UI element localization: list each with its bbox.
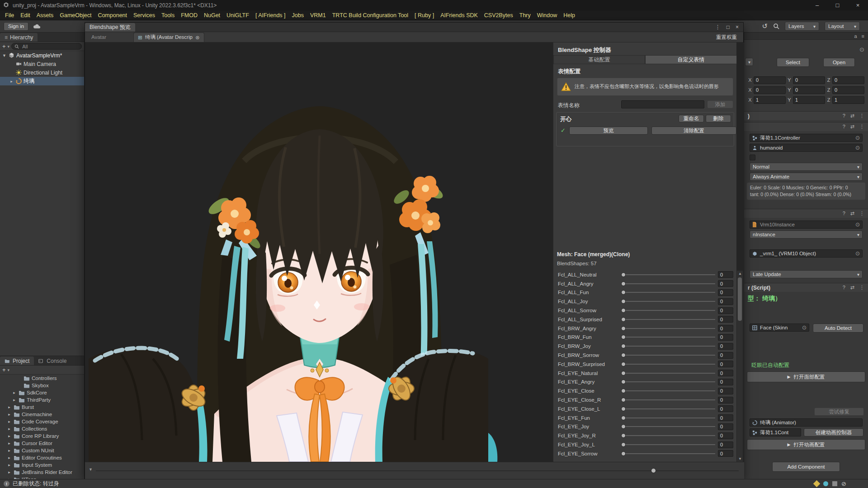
open-face-config-button[interactable]: ▶ 打开面部配置 <box>747 371 865 382</box>
axis-value-field[interactable]: 0 <box>754 86 786 94</box>
axis-value-field[interactable]: 1 <box>754 96 786 104</box>
project-folder-row[interactable]: ▸lilToon <box>0 476 84 479</box>
animator-object-field[interactable]: 绮璃 (Animator) <box>750 418 863 427</box>
hierarchy-scene-row[interactable]: ▼ AvatarSampleVrm* <box>0 51 84 60</box>
animator-controller-field[interactable]: 薄荷1.1Controller ⊙ <box>750 134 863 142</box>
expand-arrow-icon[interactable]: ▸ <box>9 79 14 84</box>
blendshape-slider[interactable] <box>621 298 715 305</box>
blendshape-value[interactable]: 0 <box>718 289 733 296</box>
slider-knob[interactable] <box>621 290 626 295</box>
kebab-menu-icon[interactable]: ⋮ <box>859 285 864 291</box>
hierarchy-item[interactable]: Directional Light <box>0 68 84 77</box>
menu-item[interactable]: AIFriends SDK <box>437 10 481 20</box>
zoom-slider-track[interactable] <box>96 470 739 471</box>
blendshape-value[interactable]: 0 <box>718 450 733 457</box>
help-icon[interactable]: ? <box>843 124 845 130</box>
activity-icon[interactable] <box>832 481 837 486</box>
blendshape-scrollbar[interactable]: ▲ ▼ <box>736 271 743 462</box>
object-picker-icon[interactable]: ⊙ <box>855 250 860 257</box>
menu-item[interactable]: Edit <box>17 10 33 20</box>
avatar-field[interactable]: humanoid ⊙ <box>750 144 863 152</box>
project-folder-row[interactable]: ▸Custom NUnit <box>0 447 84 454</box>
menu-item[interactable]: TRTC Build Configuration Tool <box>329 10 411 20</box>
blendshape-value[interactable]: 0 <box>718 405 733 412</box>
open-button[interactable]: Open <box>823 58 855 67</box>
preset-icon[interactable]: ⇄ <box>850 211 854 216</box>
menu-item[interactable]: VRM1 <box>307 10 329 20</box>
inspector-tab-partial[interactable]: a <box>854 33 857 39</box>
help-icon[interactable]: ? <box>843 113 845 119</box>
expand-arrow-icon[interactable]: ▸ <box>12 390 17 395</box>
vrm-instance-dropdown[interactable]: nInstance ▾ <box>750 230 863 239</box>
blendshape-value[interactable]: 0 <box>718 432 733 439</box>
blendshape-slider[interactable] <box>621 415 715 421</box>
slider-knob[interactable] <box>621 362 626 366</box>
blendshape-slider[interactable] <box>621 379 715 385</box>
scroll-up-icon[interactable]: ▲ <box>737 271 743 277</box>
expand-arrow-icon[interactable]: ▸ <box>7 405 12 409</box>
project-folder-row[interactable]: ▸Collections <box>0 425 84 432</box>
blendshape-value[interactable]: 0 <box>718 334 733 341</box>
object-picker-icon[interactable]: ⊙ <box>855 221 860 228</box>
notification-icon[interactable] <box>813 480 821 488</box>
object-picker-icon[interactable]: ⊙ <box>855 135 860 141</box>
slider-knob[interactable] <box>621 282 626 286</box>
chevron-down-icon[interactable]: ▾ <box>8 368 10 372</box>
clear-config-button[interactable]: 清除配置 <box>651 127 736 135</box>
project-folder-row[interactable]: ▸Input System <box>0 461 84 469</box>
slider-knob[interactable] <box>621 433 626 438</box>
blendshape-value[interactable]: 0 <box>718 271 733 278</box>
tab-project[interactable]: Project <box>0 357 34 365</box>
blendshape-value[interactable]: 0 <box>718 414 733 421</box>
slider-knob[interactable] <box>621 335 626 339</box>
zoom-slider-knob[interactable] <box>651 468 656 473</box>
menu-item[interactable]: UniGLTF <box>223 10 252 20</box>
slider-knob[interactable] <box>621 380 626 384</box>
close-button[interactable]: × <box>848 0 868 10</box>
scrollbar-thumb[interactable] <box>738 277 742 321</box>
project-folder-row[interactable]: ▸Cursor Editor <box>0 440 84 447</box>
auto-detect-button[interactable]: Auto Detect <box>813 324 863 333</box>
menu-item[interactable]: Services <box>130 10 158 20</box>
hierarchy-item[interactable]: Main Camera <box>0 60 84 68</box>
menu-item[interactable]: [ Ruby ] <box>411 10 437 20</box>
blendshape-slider[interactable] <box>621 307 715 314</box>
menu-item[interactable]: Component <box>94 10 130 20</box>
menu-item[interactable]: Help <box>560 10 578 20</box>
vrm-object-field[interactable]: _vrm1_ (VRM10 Object) ⊙ <box>750 249 863 258</box>
blendshape-value[interactable]: 0 <box>718 397 733 404</box>
slider-knob[interactable] <box>621 344 626 348</box>
project-folder-row[interactable]: ▸Core RP Library <box>0 432 84 440</box>
vrm-component-header[interactable]: ? ⇄ ⋮ <box>744 209 868 218</box>
slider-knob[interactable] <box>621 353 626 357</box>
menu-item[interactable]: NuGet <box>201 10 223 20</box>
slider-knob[interactable] <box>621 371 626 375</box>
blendshape-slider[interactable] <box>621 441 715 448</box>
project-folder-row[interactable]: Skybox <box>0 382 84 389</box>
blendshape-slider[interactable] <box>621 450 715 457</box>
menu-burger-icon[interactable]: ≡ <box>862 33 864 39</box>
blendshape-slider[interactable] <box>621 352 715 358</box>
chevron-down-icon[interactable]: ▾ <box>8 44 10 49</box>
slider-knob[interactable] <box>621 389 626 393</box>
project-folder-row[interactable]: ▸Editor Coroutines <box>0 454 84 461</box>
slider-knob[interactable] <box>621 272 626 277</box>
search-icon[interactable] <box>773 23 779 29</box>
cancel-icon[interactable]: ⊘ <box>841 480 846 487</box>
slider-knob[interactable] <box>621 317 626 322</box>
create-asset-button[interactable]: + <box>2 366 6 373</box>
menu-item[interactable]: Tools <box>158 10 178 20</box>
menu-item[interactable]: Thry <box>516 10 534 20</box>
add-component-button[interactable]: Add Component <box>772 462 840 472</box>
kebab-menu-icon[interactable]: ⋮ <box>859 124 864 130</box>
project-folder-row[interactable]: Controllers <box>0 375 84 382</box>
preview-button[interactable]: 预览 <box>569 127 648 135</box>
axis-value-field[interactable]: 0 <box>793 86 825 94</box>
select-button[interactable]: Select <box>777 58 809 67</box>
blendshape-slider[interactable] <box>621 388 715 394</box>
avatar-dropdown-stub[interactable]: ▾ <box>745 58 753 66</box>
blendshape-slider[interactable] <box>621 397 715 403</box>
slider-knob[interactable] <box>621 308 626 313</box>
create-controller-button[interactable]: 创建动画控制器 <box>804 428 863 436</box>
apply-root-motion-checkbox[interactable] <box>750 155 755 160</box>
